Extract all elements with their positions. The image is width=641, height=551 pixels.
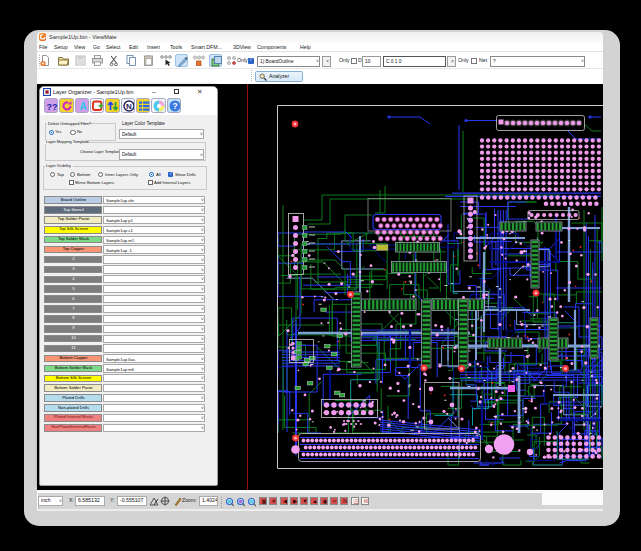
svg-text:N: N xyxy=(126,102,132,111)
svg-text:??: ?? xyxy=(47,101,58,111)
svg-text:?: ? xyxy=(172,101,177,111)
svg-text:A: A xyxy=(79,101,86,112)
